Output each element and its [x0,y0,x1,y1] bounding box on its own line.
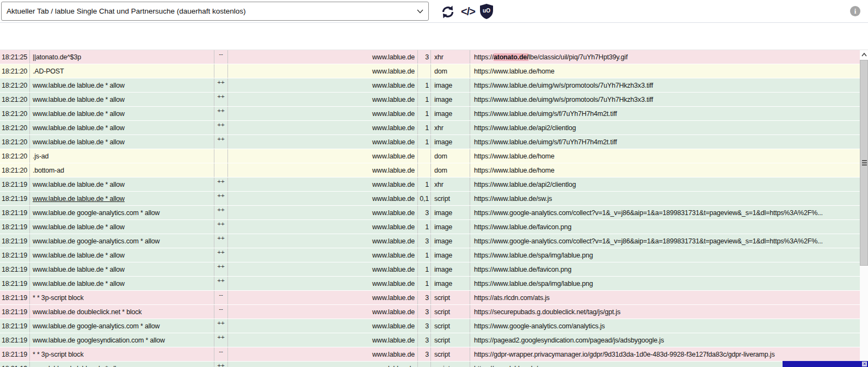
cell-filter: www.lablue.de googlesyndication.com * al… [30,333,214,347]
cell-filter: www.lablue.de google-analytics.com * all… [30,206,214,219]
log-row[interactable]: 18:21:20www.lablue.de lablue.de * allow+… [0,135,860,149]
cell-url: https://www.lablue.de/favicon.png [470,262,860,276]
cell-url: https://www.lablue.de/favicon.png [470,220,860,234]
log-row[interactable]: 18:21:19www.lablue.de lablue.de * allow+… [0,277,860,291]
cell-indicator: ++ [214,121,228,134]
cell-indicator: -- [214,305,228,319]
log-row[interactable]: 18:21:19www.lablue.de google-analytics.c… [0,234,860,248]
cell-time: 18:21:19 [0,248,30,262]
cell-time: 18:21:20 [0,149,30,163]
cell-indicator: ++ [214,262,228,276]
log-row[interactable]: 18:21:19www.lablue.de googlesyndication.… [0,333,860,347]
code-view-icon[interactable]: </> [459,3,477,20]
cell-url: https://www.lablue.de/home [470,149,860,163]
cell-type: image [431,107,470,120]
top-bar: Aktueller Tab / lablue Single Chat und P… [0,0,868,23]
cell-type: dom [431,64,470,78]
cell-indicator: ++ [214,78,228,92]
cell-indicator: ++ [214,248,228,262]
cell-url: https://pagead2.googlesyndication.com/pa… [470,333,860,347]
cell-filter: www.lablue.de lablue.de * allow [30,135,214,149]
close-icon[interactable]: ✕ [862,362,867,366]
filter-rule-text: www.lablue.de lablue.de * allow [33,138,125,146]
cell-time: 18:21:19 [0,305,30,319]
cell-type: image [431,78,470,92]
cell-indicator [214,64,228,78]
cell-filter: www.lablue.de lablue.de * allow [30,277,214,290]
log-row[interactable]: 18:21:19www.lablue.de lablue.de * allow+… [0,262,860,277]
log-row[interactable]: 18:21:20www.lablue.de lablue.de * allow+… [0,121,860,135]
cell-count: 0,1 [418,192,431,205]
cell-url: https://atonato.de/lbe/classic/uil/piq/7… [470,50,860,64]
cell-type: image [431,248,470,262]
log-row[interactable]: 18:21:19www.lablue.de google-analytics.c… [0,206,860,220]
cell-filter: www.lablue.de google-analytics.com * all… [30,234,214,248]
log-row[interactable]: 18:21:19www.lablue.de doubleclick.net * … [0,305,860,319]
log-row[interactable]: 18:21:20www.lablue.de lablue.de * allow+… [0,93,860,107]
filter-rule-text: www.lablue.de google-analytics.com * all… [33,209,159,217]
log-row[interactable]: 18:21:19www.lablue.de lablue.de * allow+… [0,178,860,192]
log-row[interactable]: 18:21:19www.lablue.de lablue.de * allow+… [0,192,860,206]
cell-domain: www.lablue.de [228,347,418,361]
tab-selector[interactable]: Aktueller Tab / lablue Single Chat und P… [1,2,429,21]
log-row[interactable]: 18:21:19www.lablue.de lablue.de * allow+… [0,220,860,234]
cell-type: image [431,93,470,106]
cell-time: 18:21:20 [0,163,30,177]
log-row[interactable]: 18:21:20.js-adwww.lablue.dedomhttps://ww… [0,149,860,163]
cell-type: image [431,220,470,234]
cell-filter: www.lablue.de lablue.de * allow [30,121,214,134]
cell-filter: * * 3p-script block [30,347,214,361]
cell-count: 1 [418,107,431,120]
log-row[interactable]: 18:21:25||atonato.de^$3p--www.lablue.de3… [0,50,860,64]
filter-rule-text: .AD-POST [33,68,64,75]
cell-type: image [431,135,470,149]
log-row[interactable]: 18:21:20.AD-POSTwww.lablue.dedomhttps://… [0,64,860,78]
cell-filter: .bottom-ad [30,163,214,177]
log-row[interactable]: 18:21:19www.lablue.de lablue.de * allow+… [0,362,860,367]
cell-time: 18:21:19 [0,262,30,276]
cell-count: 3 [418,347,431,361]
cell-type: script [431,362,470,367]
cell-time: 18:21:19 [0,220,30,234]
log-row[interactable]: 18:21:19* * 3p-script block--www.lablue.… [0,291,860,305]
cell-url: https://gdpr-wrapper.privacymanager.io/g… [470,347,860,361]
cell-filter: .AD-POST [30,64,214,78]
cell-time: 18:21:20 [0,107,30,120]
cell-type: dom [431,163,470,177]
log-row[interactable]: 18:21:20www.lablue.de lablue.de * allow+… [0,107,860,121]
filter-rule-text: www.lablue.de lablue.de * allow [33,124,125,132]
ublock-shield-icon[interactable]: uO [479,3,494,20]
cell-count [418,362,431,367]
log-row[interactable]: 18:21:20.bottom-adwww.lablue.dedomhttps:… [0,163,860,178]
filter-rule-text: .bottom-ad [33,167,64,174]
cell-count: 1 [418,121,431,134]
cell-indicator: -- [214,347,228,361]
cell-indicator: ++ [214,319,228,333]
cell-domain: www.lablue.de [228,206,418,219]
cell-type: image [431,262,470,276]
scrollbar-thumb[interactable] [860,60,868,266]
cell-filter: www.lablue.de lablue.de * allow [30,192,214,205]
cell-time: 18:21:20 [0,64,30,78]
log-row[interactable]: 18:21:19* * 3p-script block--www.lablue.… [0,347,860,362]
log-row[interactable]: 18:21:20www.lablue.de lablue.de * allow+… [0,78,860,93]
cell-count: 3 [418,319,431,333]
scrollbar-up-icon[interactable] [860,50,868,59]
cell-count [418,149,431,163]
info-icon[interactable]: i [850,6,860,16]
log-row[interactable]: 18:21:19www.lablue.de lablue.de * allow+… [0,248,860,262]
vertical-scrollbar[interactable] [860,50,868,367]
cell-domain: www.lablue.de [228,319,418,333]
notification-bar: ✕ [783,361,868,367]
cell-filter: .js-ad [30,149,214,163]
cell-domain: www.lablue.de [228,135,418,149]
filter-rule-text: * * 3p-script block [33,351,83,358]
cell-domain: www.lablue.de [228,262,418,276]
filter-rule-text: www.lablue.de lablue.de * allow [33,195,125,203]
svg-text:uO: uO [483,8,490,14]
cell-indicator: -- [214,291,228,304]
cell-time: 18:21:19 [0,347,30,361]
log-row[interactable]: 18:21:19www.lablue.de google-analytics.c… [0,319,860,333]
refresh-icon[interactable] [440,4,456,20]
cell-url: https://www.lablue.de/home [470,163,860,177]
